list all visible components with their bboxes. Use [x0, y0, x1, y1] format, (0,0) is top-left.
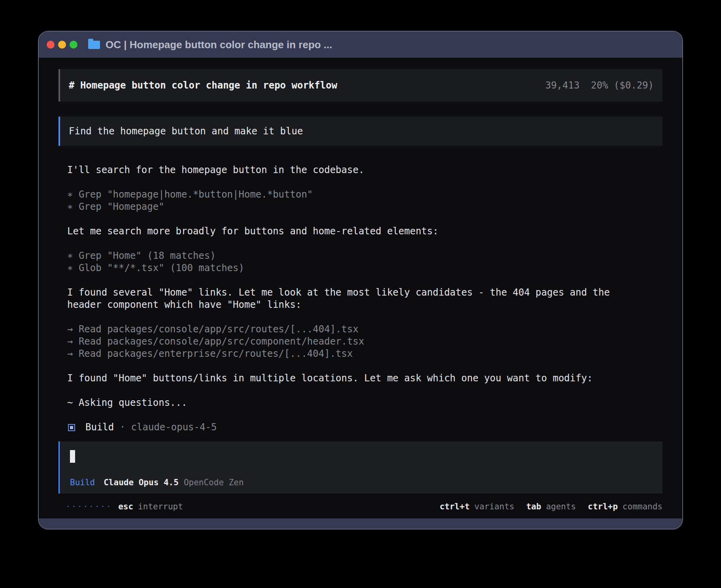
transcript: I'll search for the homepage button in t…: [59, 164, 662, 433]
esc-key-hint: esc: [118, 501, 133, 513]
agent-separator: ·: [114, 421, 131, 433]
asking-questions-line: ~ Asking questions...: [67, 397, 662, 409]
tool-call-grep-line: ∗ Grep "Homepage": [67, 201, 662, 213]
user-message: Find the homepage button and make it blu…: [59, 117, 662, 146]
hint-commands: ctrl+p commands: [588, 501, 662, 513]
close-button[interactable]: [47, 41, 55, 49]
zoom-button[interactable]: [70, 41, 77, 49]
tool-call-read-line: → Read packages/console/app/src/routes/[…: [67, 323, 662, 335]
title-bar: OC | Homepage button color change in rep…: [39, 32, 682, 58]
assistant-text-line: I found "Home" buttons/links in multiple…: [67, 372, 662, 384]
agent-status-line: Build · claude-opus-4-5: [67, 421, 662, 433]
terminal-content: # Homepage button color change in repo w…: [39, 58, 682, 513]
session-title: # Homepage button color change in repo w…: [69, 80, 337, 91]
tool-call-grep-line: ∗ Grep "Home" (18 matches): [67, 250, 662, 262]
build-agent-icon: [68, 424, 75, 431]
input-provider-label: OpenCode Zen: [184, 478, 244, 487]
session-stats: 39,413 20% ($0.29): [545, 80, 654, 91]
terminal-window: OC | Homepage button color change in rep…: [38, 31, 683, 530]
hint-agents: tab agents: [526, 501, 576, 513]
assistant-text-line: header component which have "Home" links…: [67, 299, 662, 311]
hint-key: ctrl+p: [588, 501, 618, 513]
status-bar: ········ esc interrupt ctrl+t variants t…: [59, 501, 662, 513]
agent-name: Build: [85, 421, 114, 433]
window-title: OC | Homepage button color change in rep…: [106, 39, 332, 51]
hint-label: commands: [623, 501, 662, 513]
text-cursor: [70, 450, 75, 463]
hint-label: variants: [474, 501, 514, 513]
keybind-hints: ctrl+t variants tab agents ctrl+p comman…: [428, 501, 662, 513]
assistant-text-line: I'll search for the homepage button in t…: [67, 164, 662, 176]
spinner-dots: ········: [66, 501, 112, 513]
assistant-text-line: I found several "Home" links. Let me loo…: [67, 286, 662, 299]
tool-call-glob-line: ∗ Glob "**/*.tsx" (100 matches): [67, 262, 662, 274]
window-bottom-bar: [39, 518, 682, 529]
tool-call-grep-line: ∗ Grep "homepage|home.*button|Home.*butt…: [67, 188, 662, 201]
minimize-button[interactable]: [58, 41, 66, 49]
input-mode-label[interactable]: Build: [70, 478, 95, 487]
hint-key: tab: [526, 501, 541, 513]
hint-key: ctrl+t: [440, 501, 470, 513]
tool-call-read-line: → Read packages/console/app/src/componen…: [67, 335, 662, 348]
prompt-status-row: Build Claude Opus 4.5 OpenCode Zen: [70, 478, 653, 487]
folder-icon: [88, 41, 100, 49]
prompt-input[interactable]: Build Claude Opus 4.5 OpenCode Zen: [59, 441, 662, 494]
assistant-text-line: Let me search more broadly for buttons a…: [67, 225, 662, 237]
hint-variants: ctrl+t variants: [440, 501, 514, 513]
agent-model: claude-opus-4-5: [131, 421, 217, 433]
tool-call-read-line: → Read packages/enterprise/src/routes/[.…: [67, 348, 662, 360]
user-message-text: Find the homepage button and make it blu…: [69, 126, 303, 137]
session-header: # Homepage button color change in repo w…: [59, 69, 662, 102]
input-model-label[interactable]: Claude Opus 4.5: [104, 478, 179, 487]
hint-label: agents: [546, 501, 576, 513]
interrupt-label: interrupt: [138, 501, 183, 513]
